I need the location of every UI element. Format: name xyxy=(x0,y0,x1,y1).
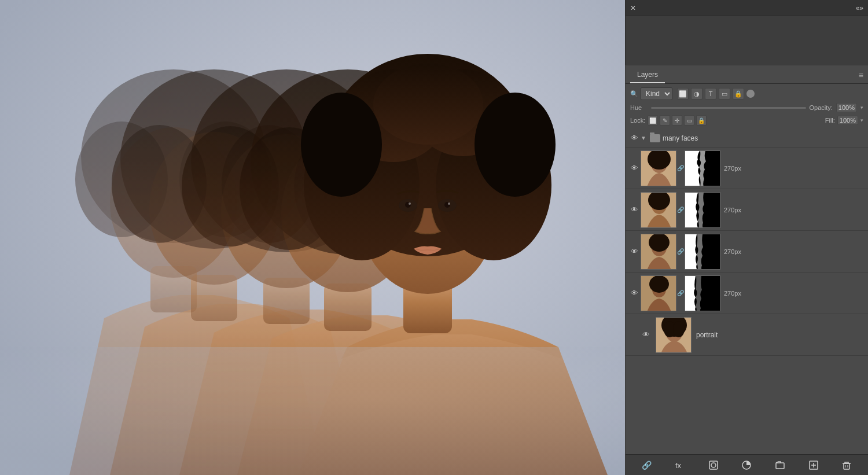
svg-text:fx: fx xyxy=(675,461,682,470)
panel-footer: 🔗 fx xyxy=(626,454,868,475)
opacity-label: Opacity: xyxy=(810,104,833,111)
filter-type-icon[interactable]: T xyxy=(705,88,716,100)
layers-list: 👁 ▼ many faces 👁 🔗 xyxy=(626,129,868,454)
layer-1-mask xyxy=(685,150,720,186)
svg-point-52 xyxy=(649,276,669,293)
group-chevron[interactable]: ▼ xyxy=(641,135,646,141)
filter-smart-icon[interactable]: 🔒 xyxy=(733,88,744,100)
lock-label: Lock: xyxy=(630,117,645,124)
svg-point-36 xyxy=(448,202,450,205)
table-row[interactable]: 👁 🔗 270px xyxy=(626,231,868,273)
table-row[interactable]: 👁 🔗 270px xyxy=(626,273,868,314)
layer-3-size: 270px xyxy=(724,248,741,255)
svg-point-61 xyxy=(711,463,716,467)
filter-icons: ⬜ ◑ T ▭ 🔒 xyxy=(677,88,755,100)
layer-4-mask xyxy=(685,275,720,311)
add-mask-button[interactable] xyxy=(707,459,720,472)
group-name-label: many faces xyxy=(663,134,698,142)
layer-2-size: 270px xyxy=(724,207,741,213)
blend-mode-slider[interactable] xyxy=(651,107,806,109)
new-group-button[interactable] xyxy=(774,459,786,472)
new-adjustment-button[interactable] xyxy=(740,459,753,472)
lock-image-icon[interactable]: ▭ xyxy=(684,115,694,126)
layer-3-visibility[interactable]: 👁 xyxy=(629,246,639,257)
portrait-layer-name: portrait xyxy=(696,331,718,339)
portrait-layer-thumbnail xyxy=(656,317,692,353)
group-row[interactable]: 👁 ▼ many faces xyxy=(626,129,868,148)
close-button[interactable]: ✕ xyxy=(630,4,636,12)
group-visibility-eye[interactable]: 👁 xyxy=(629,133,639,143)
expand-button[interactable]: «» xyxy=(856,4,863,12)
table-row[interactable]: 👁 🔗 270px xyxy=(626,189,868,231)
panel-controls: 🔍 Kind ⬜ ◑ T ▭ 🔒 Hue Opacity: 100% ▾ Loc… xyxy=(626,84,868,129)
lock-row: Lock: ⬜ ✎ ✛ ▭ 🔒 Fill: 100% ▾ xyxy=(630,115,863,126)
layer-2-chain: 🔗 xyxy=(676,203,685,217)
layer-3-chain: 🔗 xyxy=(676,245,685,259)
lock-artboards-icon[interactable]: ✛ xyxy=(672,115,682,126)
table-row[interactable]: 👁 🔗 270px xyxy=(626,148,868,189)
layer-2-thumbnail xyxy=(641,192,676,228)
svg-point-30 xyxy=(475,93,556,197)
svg-point-29 xyxy=(301,93,382,197)
lock-all-icon[interactable]: 🔒 xyxy=(696,115,707,126)
canvas-artwork xyxy=(0,0,625,475)
filter-adjustment-icon[interactable]: ◑ xyxy=(691,88,703,100)
link-layers-button[interactable]: 🔗 xyxy=(641,459,653,472)
layer-4-chain: 🔗 xyxy=(676,286,685,300)
svg-rect-37 xyxy=(0,347,625,475)
svg-point-58 xyxy=(673,321,685,337)
fill-value[interactable]: 100% xyxy=(837,116,858,125)
fill-section: Fill: 100% ▾ xyxy=(825,116,863,125)
group-folder-icon xyxy=(650,134,660,142)
filter-toggle-circle[interactable] xyxy=(746,90,755,98)
layer-1-thumbnail xyxy=(641,150,676,186)
layer-1-size: 270px xyxy=(724,165,741,172)
window-controls: ✕ «» xyxy=(626,0,868,16)
filter-row: 🔍 Kind ⬜ ◑ T ▭ 🔒 xyxy=(630,87,863,100)
lock-icons: ⬜ ✎ ✛ ▭ 🔒 xyxy=(648,115,707,126)
layers-panel: Layers ≡ 🔍 Kind ⬜ ◑ T ▭ 🔒 Hue Opacity: xyxy=(625,65,868,475)
layer-4-visibility[interactable]: 👁 xyxy=(629,288,639,299)
filter-kind-select[interactable]: Kind xyxy=(641,87,672,100)
filter-image-icon[interactable]: ⬜ xyxy=(677,88,689,100)
svg-rect-67 xyxy=(844,463,849,469)
blend-mode-label: Hue xyxy=(630,104,648,111)
layer-2-mask xyxy=(685,192,720,228)
fill-label: Fill: xyxy=(825,117,835,124)
svg-rect-63 xyxy=(776,463,784,469)
fill-chevron[interactable]: ▾ xyxy=(860,117,863,123)
delete-layer-button[interactable] xyxy=(840,459,853,472)
opacity-value[interactable]: 100% xyxy=(836,103,857,112)
lock-position-icon[interactable]: ✎ xyxy=(660,115,670,126)
layer-3-mask xyxy=(685,234,720,270)
layers-tab[interactable]: Layers xyxy=(630,68,665,83)
layer-3-thumbnail xyxy=(641,234,676,270)
layer-2-visibility[interactable]: 👁 xyxy=(629,205,639,215)
portrait-layer-row[interactable]: 👁 portrait xyxy=(626,314,868,356)
new-layer-button[interactable] xyxy=(807,459,820,472)
svg-point-28 xyxy=(373,64,483,145)
svg-rect-60 xyxy=(709,461,718,469)
panel-top-chrome: ✕ «» xyxy=(625,0,868,65)
svg-point-35 xyxy=(409,202,411,205)
opacity-chevron[interactable]: ▾ xyxy=(860,105,863,111)
layer-4-thumbnail xyxy=(641,275,676,311)
lock-pixels-icon[interactable]: ⬜ xyxy=(648,115,658,126)
layer-1-visibility[interactable]: 👁 xyxy=(629,163,639,174)
panel-menu-button[interactable]: ≡ xyxy=(859,71,863,80)
layer-1-chain: 🔗 xyxy=(676,161,685,175)
layer-4-size: 270px xyxy=(724,290,741,297)
search-icon: 🔍 xyxy=(630,90,638,98)
filter-shape-icon[interactable]: ▭ xyxy=(719,88,730,100)
blending-mode-row: Hue Opacity: 100% ▾ xyxy=(630,103,863,112)
portrait-layer-visibility[interactable]: 👁 xyxy=(641,330,651,340)
layer-styles-button[interactable]: fx xyxy=(674,459,686,472)
panel-tab-bar: Layers ≡ xyxy=(626,65,868,84)
